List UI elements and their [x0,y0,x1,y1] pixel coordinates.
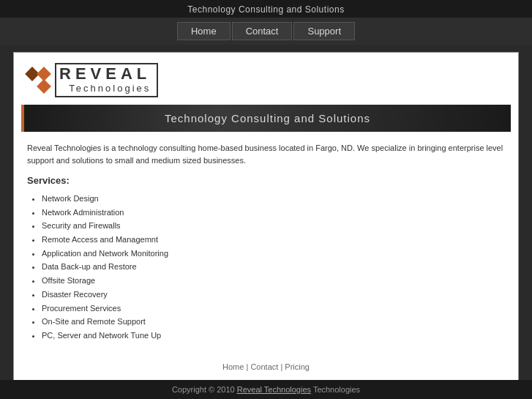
service-item: Network Administration [42,206,505,220]
card-footer-links: Home | Contact | Pricing [222,362,310,371]
content-area: Reveal Technologies is a technology cons… [14,132,518,350]
nav-contact[interactable]: Contact [232,22,293,40]
copyright-text: Copyright © 2010 Reveal Technologies Tec… [172,385,360,394]
service-item: Disaster Recovery [42,288,505,302]
service-item: Remote Access and Managemnt [42,233,505,247]
service-item: Data Back-up and Restore [42,260,505,274]
services-section: Services: Network DesignNetwork Administ… [27,175,505,343]
card-footer: Home | Contact | Pricing [14,354,518,379]
service-item: Application and Network Monitoring [42,247,505,261]
footer-pricing-link[interactable]: Pricing [285,362,310,371]
intro-text: Reveal Technologies is a technology cons… [27,142,505,166]
logo-reveal: REVEAL [59,64,151,83]
copyright-static: Copyright © 2010 [172,385,237,394]
service-item: Procurement Services [42,302,505,316]
service-item: Security and Firewalls [42,219,505,233]
copyright-link[interactable]: Reveal Technologies [237,385,311,394]
logo-technologies: Technologies [59,83,151,93]
copyright-bar: Copyright © 2010 Reveal Technologies Tec… [0,380,532,399]
logo-area: REVEAL Technologies [14,53,518,105]
service-item: PC, Server and Network Tune Up [42,329,505,343]
services-list: Network DesignNetwork AdministrationSecu… [27,192,505,343]
nav-bar: Home Contact Support [0,18,532,45]
nav-home[interactable]: Home [177,22,231,40]
top-tagline: Technology Consulting and Solutions [187,4,344,15]
top-bar: Technology Consulting and Solutions [0,0,532,18]
logo-icon [27,69,49,92]
service-item: Offsite Storage [42,274,505,288]
logo-text-wrapper: REVEAL Technologies [55,63,158,97]
main-card: REVEAL Technologies Technology Consultin… [13,52,519,381]
banner-text: Technology Consulting and Solutions [165,112,370,124]
diamond-3 [37,79,51,94]
footer-home-link[interactable]: Home [222,362,244,371]
service-item: Network Design [42,192,505,206]
service-item: On-Site and Remote Support [42,315,505,329]
nav-support[interactable]: Support [293,22,355,40]
services-title: Services: [27,175,505,186]
footer-contact-link[interactable]: Contact [250,362,278,371]
banner: Technology Consulting and Solutions [21,105,511,132]
